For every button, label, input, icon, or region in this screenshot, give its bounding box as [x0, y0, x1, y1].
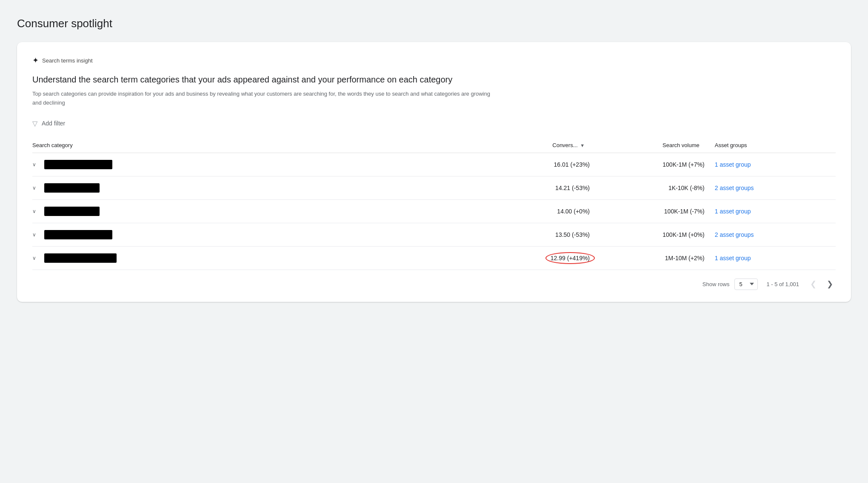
- asset-group-link[interactable]: 2 asset groups: [705, 185, 754, 191]
- table-row: ∨ 13.50 (-53%)100K-1M (+0%)2 asset group…: [32, 223, 836, 246]
- cell-category: ∨: [32, 199, 459, 223]
- cell-search-volume: 100K-1M (-7%): [590, 199, 705, 223]
- cell-category: ∨: [32, 223, 459, 246]
- prev-page-button[interactable]: ❮: [808, 278, 819, 290]
- redacted-category-name: [44, 183, 100, 193]
- col-header-category: Search category: [32, 138, 459, 153]
- cell-conversions: 13.50 (-53%): [459, 223, 590, 246]
- table-row: ∨ 16.01 (+23%)100K-1M (+7%)1 asset group: [32, 153, 836, 176]
- cell-conversions: 14.21 (-53%): [459, 176, 590, 199]
- page-title: Consumer spotlight: [17, 17, 851, 30]
- cell-asset-groups[interactable]: 1 asset group: [705, 199, 836, 223]
- row-expand-chevron[interactable]: ∨: [32, 232, 39, 238]
- redacted-category-name: [44, 160, 112, 169]
- row-expand-chevron[interactable]: ∨: [32, 185, 39, 191]
- insight-label-row: ✦ Search terms insight: [32, 56, 836, 65]
- col-header-conversions[interactable]: Convers... ▼: [459, 138, 590, 153]
- redacted-category-name: [44, 230, 112, 239]
- filter-icon: ▽: [32, 119, 37, 128]
- main-card: ✦ Search terms insight Understand the se…: [17, 42, 851, 302]
- cell-conversions: 14.00 (+0%): [459, 199, 590, 223]
- cell-asset-groups[interactable]: 2 asset groups: [705, 176, 836, 199]
- cell-asset-groups[interactable]: 1 asset group: [705, 153, 836, 176]
- circled-value: 12.99 (+419%): [551, 255, 590, 261]
- cell-category: ∨: [32, 176, 459, 199]
- search-categories-table: Search category Convers... ▼ Search volu…: [32, 138, 836, 270]
- add-filter-row[interactable]: ▽ Add filter: [32, 119, 836, 128]
- asset-group-link[interactable]: 2 asset groups: [705, 231, 754, 238]
- pagination-info: 1 - 5 of 1,001: [766, 281, 799, 287]
- asset-group-link[interactable]: 1 asset group: [705, 161, 751, 168]
- redacted-category-name: [44, 207, 100, 216]
- col-header-search-volume: Search volume: [590, 138, 705, 153]
- sparkle-icon: ✦: [32, 56, 39, 65]
- insight-label-text: Search terms insight: [42, 57, 93, 64]
- card-heading: Understand the search term categories th…: [32, 74, 500, 85]
- cell-conversions: 12.99 (+419%): [459, 246, 590, 270]
- col-header-asset-groups: Asset groups: [705, 138, 836, 153]
- row-expand-chevron[interactable]: ∨: [32, 208, 39, 214]
- cell-category: ∨: [32, 246, 459, 270]
- show-rows-label: Show rows: [702, 281, 730, 287]
- add-filter-label[interactable]: Add filter: [42, 120, 65, 127]
- table-row: ∨ 14.00 (+0%)100K-1M (-7%)1 asset group: [32, 199, 836, 223]
- sort-icon: ▼: [580, 143, 585, 148]
- row-expand-chevron[interactable]: ∨: [32, 162, 39, 168]
- card-subtext: Top search categories can provide inspir…: [32, 90, 500, 108]
- table-row: ∨ 12.99 (+419%)1M-10M (+2%)1 asset group: [32, 246, 836, 270]
- next-page-button[interactable]: ❯: [824, 278, 836, 290]
- table-row: ∨ 14.21 (-53%)1K-10K (-8%)2 asset groups: [32, 176, 836, 199]
- row-expand-chevron[interactable]: ∨: [32, 255, 39, 261]
- cell-search-volume: 1M-10M (+2%): [590, 246, 705, 270]
- cell-asset-groups[interactable]: 2 asset groups: [705, 223, 836, 246]
- redacted-category-name: [44, 253, 117, 263]
- cell-category: ∨: [32, 153, 459, 176]
- cell-search-volume: 100K-1M (+0%): [590, 223, 705, 246]
- cell-search-volume: 100K-1M (+7%): [590, 153, 705, 176]
- asset-group-link[interactable]: 1 asset group: [705, 208, 751, 215]
- table-header-row: Search category Convers... ▼ Search volu…: [32, 138, 836, 153]
- cell-asset-groups[interactable]: 1 asset group: [705, 246, 836, 270]
- rows-per-page-select[interactable]: 5102550: [734, 278, 758, 290]
- table-footer: Show rows 5102550 1 - 5 of 1,001 ❮ ❯: [32, 270, 836, 290]
- cell-conversions: 16.01 (+23%): [459, 153, 590, 176]
- cell-search-volume: 1K-10K (-8%): [590, 176, 705, 199]
- asset-group-link[interactable]: 1 asset group: [705, 255, 751, 261]
